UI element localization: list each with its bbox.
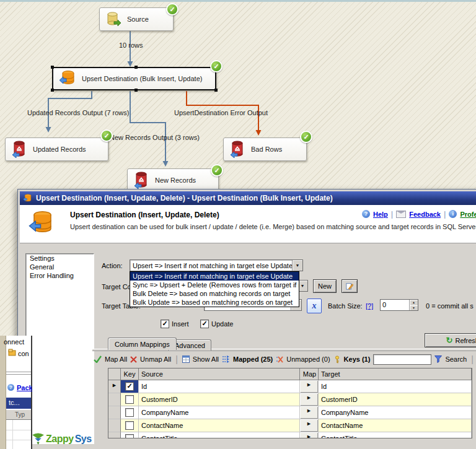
keys-filter-icon [333,355,341,364]
node-bad-rows[interactable]: Bad Rows ✓ [223,137,307,161]
upsert-destination-dialog: Upsert Destination (Insert, Update, Dele… [17,189,476,449]
unmap-all-button[interactable]: Unmap All [140,355,171,363]
search-input[interactable] [373,354,431,365]
key-checkbox[interactable] [125,408,134,417]
target-cell[interactable]: ContactTitle [319,432,472,438]
source-cell[interactable]: Id [139,380,300,393]
professional-link[interactable]: Professional [460,211,476,218]
row-selector-cell[interactable] [108,393,121,406]
row-selector-cell[interactable]: ► [108,380,121,393]
action-dropdown-list[interactable]: Upsert => Insert if not matching in targ… [130,271,299,307]
batch-size-stepper[interactable]: 0 ▲▼ [380,299,418,311]
grid-header: Key Source Map Target [108,368,472,380]
feedback-link[interactable]: Feedback [409,211,441,218]
settings-pages-list[interactable]: SettingsGeneralError Handling [25,253,94,444]
dropdown-option[interactable]: Bulk Update => based on matching records… [130,298,299,307]
dropdown-option[interactable]: Upsert => Insert if not matching in targ… [130,272,299,281]
map-arrow-button[interactable]: ► [300,406,319,419]
dropdown-option[interactable]: Sync => Upsert + Delete (Removes rows fr… [130,281,299,289]
target-cell[interactable]: CustomerID [319,393,472,406]
help-link[interactable]: Help [373,211,388,218]
sidebar-item-settings[interactable]: Settings [26,254,94,263]
dialog-title: Upsert Destination (Insert, Update, Dele… [36,194,333,203]
action-combobox[interactable]: Upsert => Insert if not matching in targ… [130,259,303,271]
keys-filter-button[interactable]: Keys (1) [344,355,371,363]
source-column-header[interactable]: Source [139,368,300,380]
row-selector-cell[interactable] [108,406,121,419]
batch-size-help-link[interactable]: [?] [366,302,373,310]
target-column-header[interactable]: Target [319,368,472,380]
source-cell[interactable]: CustomerID [139,393,300,406]
success-check-badge: ✓ [210,60,223,72]
row-selector-cell[interactable] [108,432,121,438]
target-cell[interactable]: ContactName [319,419,472,432]
key-checkbox[interactable] [125,421,134,430]
dropdown-option[interactable]: Bulk Delete => based on matching records… [130,289,299,298]
target-cell[interactable]: Id [319,380,472,393]
key-checkbox-cell[interactable] [121,393,139,406]
source-cell[interactable]: ContactName [139,419,300,432]
tab-column-mappings[interactable]: Column Mappings [108,338,177,350]
column-mapping-grid[interactable]: Key Source Map Target ►✓Id►IdCustomerID►… [108,368,472,438]
key-checkbox-cell[interactable] [121,406,139,419]
upsert-destination-icon [29,210,55,237]
map-all-button[interactable]: Map All [105,355,127,363]
insert-checkbox-label: Insert [172,320,189,328]
map-arrow-button[interactable]: ► [300,380,319,393]
refresh-metadata-button[interactable]: ↻ Refresh Meta [425,333,476,347]
stepper-down-icon[interactable]: ▼ [410,305,418,311]
raw-file-destination-icon [229,141,245,158]
node-upsert-destination[interactable]: Upsert Destination (Bulk Insert, Update)… [52,67,216,90]
dialog-title-bar[interactable]: Upsert Destination (Insert, Update, Dele… [20,191,476,205]
key-checkbox[interactable]: ✓ [125,382,134,391]
logo-text-sys: Sys [75,434,92,445]
insert-checkbox[interactable]: ✓ [161,320,169,328]
source-cell[interactable]: CompanyName [139,406,300,419]
key-checkbox[interactable] [125,434,134,438]
show-all-button[interactable]: Show All [193,355,219,363]
sidebar-item-general[interactable]: General [26,263,94,271]
map-arrow-button[interactable]: ► [300,419,319,432]
update-checkbox[interactable]: ✓ [200,320,209,328]
chevron-down-icon[interactable]: ▼ [292,260,302,271]
upsert-destination-icon [59,70,76,87]
map-arrow-button[interactable]: ► [300,432,319,438]
table-row[interactable]: ContactTitle►ContactTitle [108,432,472,438]
table-row[interactable]: CustomerID►CustomerID [108,393,472,406]
node-source[interactable]: Source ✓ [99,7,174,31]
dialog-header-title: Upsert Destination (Insert, Update, Dele… [70,211,219,219]
node-label: Updated Records [33,146,86,153]
panel-connection-fragment: con [18,350,29,357]
key-checkbox-cell[interactable]: ✓ [121,380,139,393]
row-selector-cell[interactable] [108,419,121,432]
dialog-icon [23,194,32,203]
grid-body: ►✓Id►IdCustomerID►CustomerIDCompanyName►… [108,380,472,438]
package-link-fragment[interactable]: Pack [17,384,32,391]
package-icon: ? [7,384,14,391]
sidebar-item-error-handling[interactable]: Error Handling [26,271,94,280]
node-updated-records[interactable]: Updated Records ✓ [5,137,108,161]
unmapped-filter-button[interactable]: Unmapped (0) [286,355,330,363]
key-checkbox-cell[interactable] [121,419,139,432]
edit-connection-button[interactable] [342,279,358,293]
key-checkbox-cell[interactable] [121,432,139,438]
table-row[interactable]: ContactName►ContactName [108,419,472,432]
new-connection-button[interactable]: New [313,279,337,293]
search-button[interactable]: Search [445,355,467,363]
source-cell[interactable]: ContactTitle [139,432,300,438]
mapped-filter-button[interactable]: Mapped (25) [233,355,273,363]
map-arrow-button[interactable]: ► [300,393,319,406]
map-column-header[interactable]: Map [300,368,319,380]
action-label: Action: [102,262,123,269]
panel-selected-tab[interactable]: tc... [6,398,31,409]
target-cell[interactable]: CompanyName [319,406,472,419]
table-row[interactable]: ►✓Id►Id [108,380,472,393]
stepper-up-icon[interactable]: ▲ [410,300,418,305]
zappysys-logo: ZappySys [32,422,92,449]
database-cylinder-icon [105,11,121,27]
help-icon: ? [362,210,370,218]
expression-button[interactable]: x [307,299,322,313]
table-row[interactable]: CompanyName►CompanyName [108,406,472,419]
key-checkbox[interactable] [125,395,134,404]
key-column-header[interactable]: Key [121,368,139,380]
